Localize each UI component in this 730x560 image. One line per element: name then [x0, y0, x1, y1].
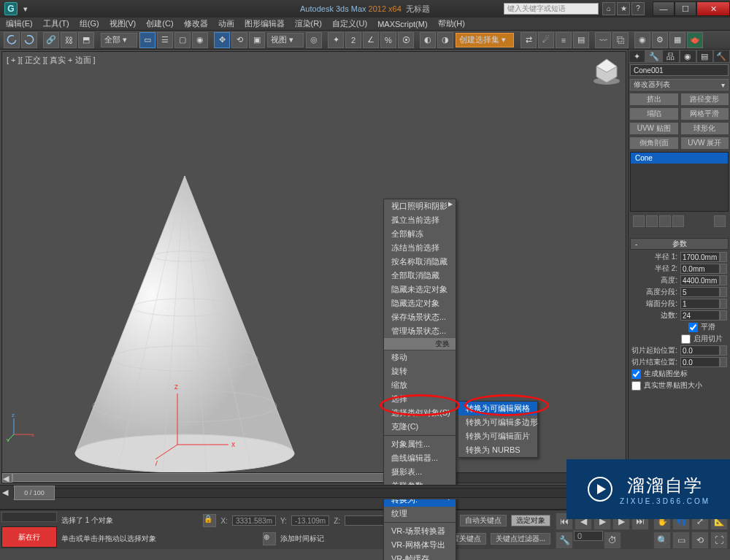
layers-icon[interactable]: ≡: [556, 32, 572, 48]
modifier-list-dropdown[interactable]: 修改器列表▾: [630, 79, 729, 91]
ctx-obj-props[interactable]: 对象属性...: [384, 437, 456, 451]
coord-y[interactable]: -13.109m: [291, 515, 329, 526]
render-icon[interactable]: 🫖: [687, 32, 703, 48]
btn-pathdeform[interactable]: 路径变形: [680, 93, 730, 106]
show-result-icon[interactable]: [646, 215, 658, 227]
ctx-hide-sel[interactable]: 隐藏选定对象: [384, 296, 456, 310]
snap-spinner-icon[interactable]: ⦿: [398, 32, 414, 48]
sliceto-field[interactable]: 0.0: [680, 357, 720, 367]
minimize-button[interactable]: —: [653, 1, 675, 16]
help-dropdown-icon[interactable]: ⌂: [602, 2, 615, 15]
btn-bevel[interactable]: 倒角剖面: [629, 137, 679, 150]
ctx-unfreeze-all[interactable]: 全部解冻: [384, 227, 456, 241]
tab-modify[interactable]: 🔧: [645, 50, 662, 63]
snap-angle-icon[interactable]: ∠: [363, 32, 379, 48]
render-setup-icon[interactable]: ⚙: [652, 32, 668, 48]
coord-z[interactable]: [345, 515, 388, 526]
selection-filter[interactable]: 全部 ▾: [101, 33, 137, 47]
sub-editable-patch[interactable]: 转换为可编辑面片: [458, 429, 537, 443]
radius1-field[interactable]: 1700.0mm: [680, 252, 720, 262]
select-paint-icon[interactable]: ◉: [192, 32, 208, 48]
ctx-save-state[interactable]: 保存场景状态...: [384, 310, 456, 324]
make-unique-icon[interactable]: [659, 215, 671, 227]
btn-spherify[interactable]: 球形化: [680, 122, 730, 135]
menu-help[interactable]: 帮助(H): [438, 18, 465, 29]
mat-editor-icon[interactable]: ◉: [634, 32, 650, 48]
btn-extrude[interactable]: 挤出: [629, 93, 679, 106]
menu-group[interactable]: 组(G): [80, 18, 99, 29]
realworld-checkbox[interactable]: [631, 381, 641, 391]
heightseg-field[interactable]: 5: [680, 287, 720, 297]
rotate-icon[interactable]: ⟲: [231, 32, 247, 48]
viewport-label[interactable]: [ + ][ 正交 ][ 真实 + 边面 ]: [7, 55, 96, 66]
named-sel-edit-icon[interactable]: ◑: [437, 32, 453, 48]
scale-icon[interactable]: ▣: [249, 32, 265, 48]
ctx-freeze-sel[interactable]: 冻结当前选择: [384, 241, 456, 255]
pin-stack-icon[interactable]: [633, 215, 645, 227]
capseg-field[interactable]: 1: [680, 299, 720, 309]
slicefrom-field[interactable]: 0.0: [680, 345, 720, 356]
close-button[interactable]: ✕: [696, 1, 730, 16]
ctx-select[interactable]: 选择: [384, 392, 456, 406]
menu-customize[interactable]: 自定义(U): [332, 18, 367, 29]
autokey-button[interactable]: 自动关键点: [460, 515, 507, 526]
slice-checkbox[interactable]: [681, 334, 691, 344]
time-prev-icon[interactable]: ◀: [0, 488, 10, 497]
ctx-texture[interactable]: 纹理: [384, 507, 456, 521]
ref-coord-dropdown[interactable]: 视图 ▾: [267, 33, 304, 47]
height-field[interactable]: 4400.0mm: [680, 275, 720, 285]
keyfilter-button[interactable]: 关键点过滤器...: [491, 533, 550, 545]
ctx-rotate[interactable]: 旋转: [384, 364, 456, 378]
link-icon[interactable]: 🔗: [43, 32, 59, 48]
key-mode-icon[interactable]: 🔧: [556, 532, 573, 549]
curve-editor-icon[interactable]: 〰: [595, 32, 611, 48]
align-icon[interactable]: ☄: [538, 32, 554, 48]
btn-collapse[interactable]: 塌陷: [629, 107, 679, 120]
snap-2d-icon[interactable]: 2: [345, 32, 361, 48]
tab-display[interactable]: ▤: [696, 50, 713, 63]
snap-pct-icon[interactable]: %: [380, 32, 396, 48]
remove-mod-icon[interactable]: [672, 215, 684, 227]
menu-views[interactable]: 视图(V): [110, 18, 137, 29]
tab-utilities[interactable]: 🔨: [713, 50, 730, 63]
stack-item-cone[interactable]: Cone: [631, 153, 728, 164]
sides-field[interactable]: 24: [680, 310, 720, 321]
viewport-scrollbar[interactable]: ◀ ▶: [2, 472, 626, 483]
ctx-vr-mesh-export[interactable]: VR-网格体导出: [384, 538, 456, 552]
unlink-icon[interactable]: ⛓: [61, 32, 77, 48]
tab-create[interactable]: ✦: [629, 50, 645, 63]
ctx-vr-scene-conv[interactable]: VR-场景转换器: [384, 524, 456, 538]
ctx-vr-framebuffer[interactable]: VR-帧缓存: [384, 552, 456, 560]
ctx-isolate[interactable]: 孤立当前选择: [384, 213, 456, 227]
menu-render[interactable]: 渲染(R): [295, 18, 322, 29]
coord-x[interactable]: 3331.583m: [232, 515, 276, 526]
maximize-button[interactable]: ☐: [675, 1, 696, 16]
time-slider[interactable]: 0 / 100: [14, 486, 55, 500]
object-name-field[interactable]: Cone001: [630, 64, 729, 76]
menu-modifiers[interactable]: 修改器: [184, 18, 208, 29]
layer-explorer-icon[interactable]: ▤: [573, 32, 589, 48]
menu-tools[interactable]: 工具(T): [43, 18, 69, 29]
mirror-icon[interactable]: ⇄: [520, 32, 537, 48]
configure-sets-icon[interactable]: [714, 215, 726, 227]
ctx-dopesheet[interactable]: 摄影表...: [384, 465, 456, 479]
rollout-params[interactable]: 参数: [630, 238, 729, 250]
ctx-scale[interactable]: 缩放: [384, 378, 456, 392]
time-config-icon[interactable]: ⏱: [604, 532, 621, 549]
modifier-stack[interactable]: Cone: [630, 152, 729, 212]
time-tag-icon[interactable]: ⊕: [263, 532, 276, 545]
select-icon[interactable]: ▭: [139, 32, 155, 48]
viewcube[interactable]: [591, 55, 623, 87]
ctx-manage-state[interactable]: 管理场景状态...: [384, 324, 456, 338]
add-time-tag[interactable]: 添加时间标记: [280, 534, 324, 544]
ctx-hide-unsel[interactable]: 隐藏未选定对象: [384, 283, 456, 296]
ctx-unhide-all[interactable]: 全部取消隐藏: [384, 269, 456, 283]
sub-nurbs[interactable]: 转换为 NURBS: [458, 443, 537, 457]
redo-icon[interactable]: [21, 32, 37, 48]
sub-editable-poly[interactable]: 转换为可编辑多边形: [458, 415, 537, 429]
select-rect-icon[interactable]: ▢: [174, 32, 191, 48]
sub-editable-mesh[interactable]: 转换为可编辑网格: [458, 402, 537, 415]
btn-unwrap[interactable]: UVW 展开: [680, 137, 730, 150]
help-search-input[interactable]: 键入关键字或短语: [504, 3, 599, 15]
sel-filter-button[interactable]: 选定对象: [511, 515, 550, 526]
